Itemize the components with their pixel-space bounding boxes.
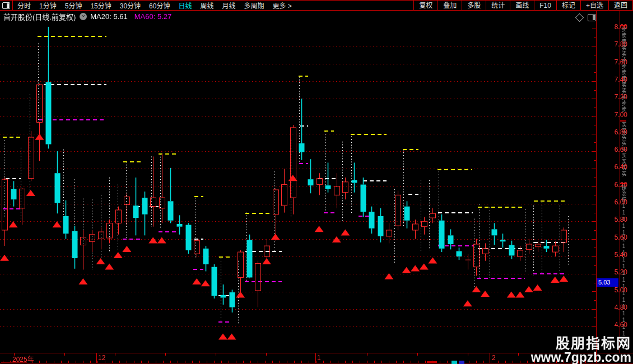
price-label-6.00: 6.00	[597, 198, 627, 206]
tool-button-多股[interactable]: 多股	[462, 1, 486, 11]
top-menubar: 分时1分钟5分钟15分钟30分钟60分钟日线周线月线多周期更多 > 复权叠加多股…	[0, 0, 633, 11]
price-label-6.60: 6.60	[597, 146, 627, 153]
period-tab-15分钟[interactable]: 15分钟	[90, 1, 111, 10]
price-label-5.80: 5.80	[597, 216, 627, 223]
period-tab-60分钟[interactable]: 60分钟	[149, 1, 170, 10]
candlestick-chart-canvas[interactable]	[0, 22, 633, 364]
period-tab-更多 >[interactable]: 更多 >	[273, 1, 292, 10]
tool-button-返回[interactable]: 返回	[608, 1, 633, 11]
price-label-7.20: 7.20	[597, 93, 627, 101]
diamond-icon[interactable]	[575, 13, 584, 22]
layout-panel-icon[interactable]	[2, 2, 10, 9]
tools-menu: 复权叠加多股统计画线F10标记+自选返回	[413, 1, 633, 11]
price-label-4.60: 4.60	[597, 321, 627, 329]
tool-button-复权[interactable]: 复权	[413, 1, 437, 11]
period-tab-30分钟[interactable]: 30分钟	[120, 1, 141, 10]
price-axis-line	[596, 11, 597, 363]
price-label-7.00: 7.00	[597, 111, 627, 119]
watermark: 股朋指标网 www.7gpzb.com	[531, 337, 631, 364]
period-tab-周线[interactable]: 周线	[200, 1, 213, 10]
tdx-stock-chart-window: { "menubar": { "left_items": [ {"label":…	[0, 0, 633, 364]
price-label-6.20: 6.20	[597, 181, 627, 189]
bottom-pane-fragment	[452, 361, 457, 364]
price-label-5.00: 5.00	[597, 286, 627, 294]
chevron-down-icon[interactable]	[80, 13, 87, 20]
split-window-icon[interactable]	[588, 14, 596, 21]
watermark-site-name: 股朋指标网	[531, 337, 631, 351]
price-label-5.60: 5.60	[597, 234, 627, 241]
period-menu: 分时1分钟5分钟15分钟30分钟60分钟日线周线月线多周期更多 >	[13, 1, 292, 10]
chart-titlebar: 首开股份(日线.前复权) MA20: 5.61 MA60: 5.27	[0, 11, 633, 22]
period-tab-多周期[interactable]: 多周期	[244, 1, 264, 10]
tool-button-+自选[interactable]: +自选	[580, 1, 608, 11]
period-tab-1分钟[interactable]: 1分钟	[39, 1, 57, 10]
price-label-5.20: 5.20	[597, 268, 627, 276]
date-label-1: 1	[317, 354, 321, 362]
price-label-7.40: 7.40	[597, 76, 627, 83]
tool-button-叠加[interactable]: 叠加	[437, 1, 462, 11]
price-label-6.40: 6.40	[597, 163, 627, 171]
price-label-7.80: 7.80	[597, 40, 627, 48]
period-tab-日线[interactable]: 日线	[178, 1, 192, 10]
bottom-pane-fragment	[459, 361, 464, 364]
date-label-2: 2	[492, 354, 496, 362]
stock-title: 首开股份(日线.前复权)	[3, 11, 76, 22]
ma20-value: MA20: 5.61	[90, 12, 128, 21]
ma60-value: MA60: 5.27	[134, 12, 172, 21]
tool-button-统计[interactable]: 统计	[486, 1, 510, 11]
period-tab-月线[interactable]: 月线	[222, 1, 236, 10]
period-tab-5分钟[interactable]: 5分钟	[65, 1, 82, 10]
price-label-6.80: 6.80	[597, 128, 627, 136]
tool-button-F10[interactable]: F10	[534, 1, 556, 11]
date-label-2025年: 2025年	[12, 354, 34, 363]
price-label-5.40: 5.40	[597, 251, 627, 259]
price-label-4.80: 4.80	[597, 304, 627, 311]
tool-button-标记[interactable]: 标记	[556, 1, 580, 11]
current-price-tag: 5.03	[597, 278, 618, 287]
tool-button-画线[interactable]: 画线	[510, 1, 534, 11]
price-label-8.00: 8.00	[597, 23, 627, 31]
period-tab-分时[interactable]: 分时	[17, 1, 31, 10]
quote-panel-clipped-text: 卖卖卖卖卖卖卖卖卖卖卖卖卖卖	[620, 25, 626, 120]
date-label-12: 12	[98, 354, 105, 362]
watermark-url: www.7gpzb.com	[531, 351, 631, 364]
price-label-7.60: 7.60	[597, 58, 627, 66]
bottom-pane-fragment	[427, 361, 437, 363]
